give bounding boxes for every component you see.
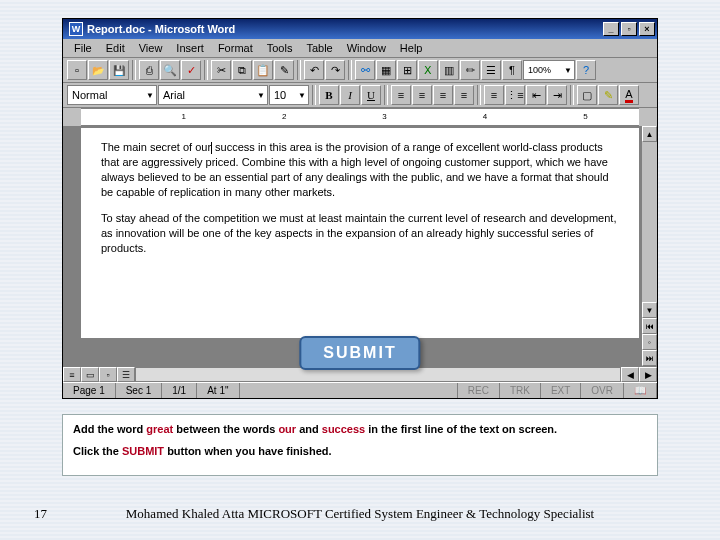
borders-button[interactable]: ▢ bbox=[577, 85, 597, 105]
ruler-mark: 3 bbox=[382, 112, 386, 121]
highlight-word: SUBMIT bbox=[122, 445, 164, 457]
print-preview-icon[interactable]: 🔍 bbox=[160, 60, 180, 80]
separator bbox=[570, 85, 574, 105]
submit-button[interactable]: SUBMIT bbox=[299, 336, 420, 370]
bold-button[interactable]: B bbox=[319, 85, 339, 105]
vertical-scrollbar[interactable]: ▲ ▼ ⏮ ◦ ⏭ bbox=[641, 126, 657, 366]
scroll-up-icon[interactable]: ▲ bbox=[642, 126, 657, 142]
separator bbox=[132, 60, 136, 80]
normal-view-button[interactable]: ≡ bbox=[63, 367, 81, 382]
cut-icon[interactable]: ✂ bbox=[211, 60, 231, 80]
redo-icon[interactable]: ↷ bbox=[325, 60, 345, 80]
scroll-down-icon[interactable]: ▼ bbox=[642, 302, 657, 318]
menu-insert[interactable]: Insert bbox=[169, 41, 211, 55]
restore-button[interactable]: ▫ bbox=[621, 22, 637, 36]
undo-icon[interactable]: ↶ bbox=[304, 60, 324, 80]
separator bbox=[477, 85, 481, 105]
browse-object-icon[interactable]: ◦ bbox=[642, 334, 657, 350]
underline-button[interactable]: U bbox=[361, 85, 381, 105]
show-hide-icon[interactable]: ¶ bbox=[502, 60, 522, 80]
bulleted-list-button[interactable]: ⋮≡ bbox=[505, 85, 525, 105]
ruler-mark: 5 bbox=[583, 112, 587, 121]
print-icon[interactable] bbox=[139, 60, 159, 80]
next-page-icon[interactable]: ⏭ bbox=[642, 350, 657, 366]
italic-button[interactable]: I bbox=[340, 85, 360, 105]
menu-format[interactable]: Format bbox=[211, 41, 260, 55]
highlight-word: success bbox=[322, 423, 365, 435]
minimize-button[interactable]: _ bbox=[603, 22, 619, 36]
menu-view[interactable]: View bbox=[132, 41, 170, 55]
format-painter-icon[interactable]: ✎ bbox=[274, 60, 294, 80]
chevron-down-icon: ▼ bbox=[560, 66, 572, 75]
horizontal-ruler[interactable]: 1 2 3 4 5 bbox=[81, 108, 639, 126]
help-icon[interactable]: ? bbox=[576, 60, 596, 80]
web-view-button[interactable]: ▭ bbox=[81, 367, 99, 382]
font-select[interactable]: Arial ▼ bbox=[158, 85, 268, 105]
spellcheck-icon[interactable]: ✓ bbox=[181, 60, 201, 80]
document-area: The main secret of our success in this a… bbox=[63, 126, 657, 366]
copy-icon[interactable] bbox=[232, 60, 252, 80]
status-ext: EXT bbox=[541, 383, 581, 398]
text: The main secret of our bbox=[101, 141, 211, 153]
separator bbox=[312, 85, 316, 105]
word-window: W Report.doc - Microsoft Word _ ▫ × File… bbox=[62, 18, 658, 399]
paste-icon[interactable]: 📋 bbox=[253, 60, 273, 80]
scroll-left-icon[interactable]: ◀ bbox=[621, 367, 639, 382]
separator bbox=[348, 60, 352, 80]
paragraph-1[interactable]: The main secret of our success in this a… bbox=[101, 140, 619, 199]
ruler-mark: 1 bbox=[181, 112, 185, 121]
print-view-button[interactable]: ▫ bbox=[99, 367, 117, 382]
menu-file[interactable]: File bbox=[67, 41, 99, 55]
zoom-value: 100% bbox=[528, 65, 551, 75]
justify-button[interactable] bbox=[454, 85, 474, 105]
decrease-indent-button[interactable]: ⇤ bbox=[526, 85, 546, 105]
paragraph-2[interactable]: To stay ahead of the competition we must… bbox=[101, 211, 619, 256]
prev-page-icon[interactable]: ⏮ bbox=[642, 318, 657, 334]
status-ovr: OVR bbox=[581, 383, 624, 398]
ruler-mark: 4 bbox=[483, 112, 487, 121]
drawing-icon[interactable]: ✏ bbox=[460, 60, 480, 80]
font-color-button[interactable]: A bbox=[619, 85, 639, 105]
title-text: Report.doc - Microsoft Word bbox=[87, 23, 235, 35]
chevron-down-icon: ▼ bbox=[142, 91, 154, 100]
excel-icon[interactable]: Ⅹ bbox=[418, 60, 438, 80]
document-page[interactable]: The main secret of our success in this a… bbox=[81, 128, 639, 338]
align-right-button[interactable] bbox=[433, 85, 453, 105]
status-at: At 1" bbox=[197, 383, 239, 398]
separator bbox=[297, 60, 301, 80]
increase-indent-button[interactable]: ⇥ bbox=[547, 85, 567, 105]
numbered-list-button[interactable]: ≡ bbox=[484, 85, 504, 105]
insert-table-icon[interactable]: ⊞ bbox=[397, 60, 417, 80]
doc-map-icon[interactable]: ☰ bbox=[481, 60, 501, 80]
open-icon[interactable] bbox=[88, 60, 108, 80]
align-left-button[interactable] bbox=[391, 85, 411, 105]
align-center-button[interactable] bbox=[412, 85, 432, 105]
style-select[interactable]: Normal ▼ bbox=[67, 85, 157, 105]
columns-icon[interactable]: ▥ bbox=[439, 60, 459, 80]
size-value: 10 bbox=[274, 89, 286, 101]
menu-tools[interactable]: Tools bbox=[260, 41, 300, 55]
new-icon[interactable] bbox=[67, 60, 87, 80]
menu-bar: File Edit View Insert Format Tools Table… bbox=[63, 39, 657, 58]
style-value: Normal bbox=[72, 89, 107, 101]
title-bar: W Report.doc - Microsoft Word _ ▫ × bbox=[63, 19, 657, 39]
highlight-word: great bbox=[146, 423, 173, 435]
close-button[interactable]: × bbox=[639, 22, 655, 36]
save-icon[interactable] bbox=[109, 60, 129, 80]
scroll-right-icon[interactable]: ▶ bbox=[639, 367, 657, 382]
tables-icon[interactable]: ▦ bbox=[376, 60, 396, 80]
chevron-down-icon: ▼ bbox=[253, 91, 265, 100]
outline-view-button[interactable]: ☰ bbox=[117, 367, 135, 382]
menu-help[interactable]: Help bbox=[393, 41, 430, 55]
submit-overlay: SUBMIT bbox=[299, 336, 420, 370]
menu-table[interactable]: Table bbox=[299, 41, 339, 55]
ruler-mark: 2 bbox=[282, 112, 286, 121]
status-bar: Page 1 Sec 1 1/1 At 1" REC TRK EXT OVR 📖 bbox=[63, 382, 657, 398]
hyperlink-icon[interactable]: ⚯ bbox=[355, 60, 375, 80]
highlight-button[interactable]: ✎ bbox=[598, 85, 618, 105]
zoom-select[interactable]: 100% ▼ bbox=[523, 60, 575, 80]
menu-edit[interactable]: Edit bbox=[99, 41, 132, 55]
menu-window[interactable]: Window bbox=[340, 41, 393, 55]
chevron-down-icon: ▼ bbox=[294, 91, 306, 100]
size-select[interactable]: 10 ▼ bbox=[269, 85, 309, 105]
